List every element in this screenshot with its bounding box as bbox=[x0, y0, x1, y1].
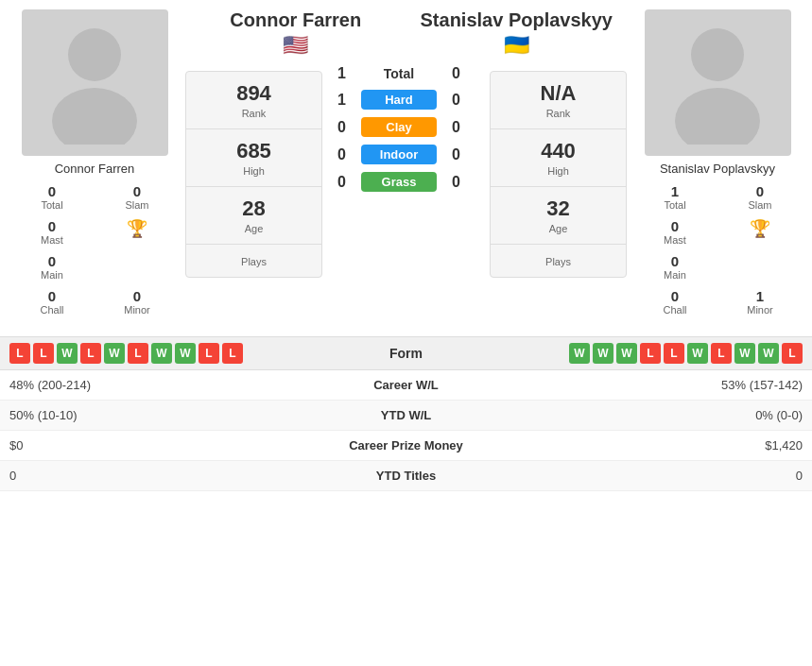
right-form-1: W bbox=[569, 343, 590, 364]
left-stat-slam: 0 Slam bbox=[95, 179, 180, 214]
ytd-titles-row: 0 YTD Titles 0 bbox=[0, 461, 812, 491]
left-name-header: Connor Farren bbox=[185, 9, 406, 31]
left-form-6: L bbox=[128, 343, 148, 364]
surface-indoor-badge: Indoor bbox=[361, 145, 437, 164]
left-stat-mast: 0 Mast bbox=[9, 214, 95, 249]
top-area: Connor Farren 0 Total 0 Slam 0 Mast 🏆 bbox=[0, 0, 812, 329]
left-stat-total: 0 Total bbox=[9, 179, 95, 214]
score-row-indoor: 0 Indoor 0 bbox=[330, 145, 482, 164]
left-form-7: W bbox=[151, 343, 172, 364]
left-stat-main: 0 Main bbox=[9, 249, 95, 284]
surface-hard-badge: Hard bbox=[361, 90, 437, 110]
right-career-prize: $1,420 bbox=[492, 438, 803, 453]
left-stat-minor: 0 Minor bbox=[95, 284, 180, 319]
left-stat-chall-minor bbox=[95, 249, 180, 284]
right-form-9: W bbox=[758, 343, 779, 364]
svg-point-3 bbox=[675, 88, 760, 145]
left-form-badges: L L W L W L W W L L bbox=[9, 343, 350, 364]
right-info-card: N/A Rank 440 High 32 Age Plays bbox=[490, 71, 627, 278]
left-form-2: L bbox=[33, 343, 54, 364]
right-stat-minor: 1 Minor bbox=[717, 284, 803, 319]
career-wl-row: 48% (200-214) Career W/L 53% (157-142) bbox=[0, 370, 812, 401]
left-ytd-titles: 0 bbox=[9, 469, 321, 483]
left-form-1: L bbox=[9, 343, 30, 364]
left-info-card: 894 Rank 685 High 28 Age Plays bbox=[185, 71, 322, 278]
left-career-prize: $0 bbox=[9, 438, 321, 453]
left-player-name: Connor Farren bbox=[55, 162, 135, 176]
player-right-panel: Stanislav Poplavskyy 1 Total 0 Slam 0 Ma… bbox=[632, 9, 803, 319]
left-ytd-wl: 50% (10-10) bbox=[9, 408, 321, 422]
right-name-header: Stanislav Poplavskyy bbox=[406, 9, 628, 31]
left-stat-chall: 0 Chall bbox=[9, 284, 95, 319]
left-career-wl: 48% (200-214) bbox=[9, 378, 321, 392]
surface-clay-badge: Clay bbox=[361, 117, 437, 137]
left-trophy-icon: 🏆 bbox=[95, 214, 180, 249]
right-stat-mast: 0 Mast bbox=[632, 214, 717, 249]
left-form-4: L bbox=[80, 343, 101, 364]
right-avatar bbox=[645, 9, 791, 156]
right-plays-row: Plays bbox=[491, 245, 626, 277]
right-stat-main: 0 Main bbox=[632, 249, 717, 284]
right-trophy-icon: 🏆 bbox=[717, 214, 803, 249]
left-high-row: 685 High bbox=[186, 129, 321, 187]
right-stat-chall: 0 Chall bbox=[632, 284, 717, 319]
scores-table: 1 Total 0 1 Hard 0 0 Clay 0 bbox=[330, 65, 482, 192]
right-stats-grid: 1 Total 0 Slam 0 Mast 🏆 0 Main bbox=[632, 179, 803, 319]
left-plays-row: Plays bbox=[186, 245, 321, 277]
form-section: L L W L W L W W L L Form W W W L L W L W… bbox=[0, 336, 812, 370]
right-rank-row: N/A Rank bbox=[491, 72, 626, 129]
ytd-wl-row: 50% (10-10) YTD W/L 0% (0-0) bbox=[0, 401, 812, 431]
bottom-stats: 48% (200-214) Career W/L 53% (157-142) 5… bbox=[0, 370, 812, 491]
right-stat-total: 1 Total bbox=[632, 179, 717, 214]
center-area: Connor Farren 🇺🇸 Stanislav Poplavskyy 🇺🇦… bbox=[185, 9, 627, 278]
left-form-8: W bbox=[175, 343, 196, 364]
right-form-4: L bbox=[640, 343, 661, 364]
right-ytd-wl: 0% (0-0) bbox=[492, 408, 803, 422]
right-form-8: W bbox=[734, 343, 755, 364]
svg-point-2 bbox=[691, 28, 744, 81]
career-prize-row: $0 Career Prize Money $1,420 bbox=[0, 431, 812, 461]
left-form-9: L bbox=[199, 343, 219, 364]
right-form-6: W bbox=[687, 343, 708, 364]
left-avatar bbox=[22, 9, 168, 156]
svg-point-0 bbox=[68, 28, 121, 81]
right-form-7: L bbox=[711, 343, 732, 364]
svg-point-1 bbox=[52, 88, 137, 145]
score-row-grass: 0 Grass 0 bbox=[330, 172, 482, 192]
right-form-3: W bbox=[616, 343, 637, 364]
right-form-10: L bbox=[782, 343, 803, 364]
left-form-5: W bbox=[104, 343, 125, 364]
right-stat-slam: 0 Slam bbox=[717, 179, 803, 214]
left-form-10: L bbox=[222, 343, 243, 364]
right-form-5: L bbox=[664, 343, 684, 364]
right-age-row: 32 Age bbox=[491, 187, 626, 245]
surface-grass-badge: Grass bbox=[361, 172, 437, 192]
right-form-2: W bbox=[593, 343, 613, 364]
right-form-badges: W W W L L W L W W L bbox=[463, 343, 803, 364]
right-ytd-titles: 0 bbox=[492, 469, 803, 483]
left-flag: 🇺🇸 bbox=[185, 33, 406, 58]
right-career-wl: 53% (157-142) bbox=[492, 378, 803, 392]
score-row-total: 1 Total 0 bbox=[330, 65, 482, 82]
main-container: Connor Farren 0 Total 0 Slam 0 Mast 🏆 bbox=[0, 0, 812, 491]
left-form-3: W bbox=[57, 343, 78, 364]
form-label: Form bbox=[350, 346, 463, 361]
right-player-name: Stanislav Poplavskyy bbox=[660, 162, 775, 176]
score-row-clay: 0 Clay 0 bbox=[330, 117, 482, 137]
left-rank-row: 894 Rank bbox=[186, 72, 321, 129]
left-stats-grid: 0 Total 0 Slam 0 Mast 🏆 0 Main bbox=[9, 179, 180, 319]
score-row-hard: 1 Hard 0 bbox=[330, 90, 482, 110]
left-age-row: 28 Age bbox=[186, 187, 321, 245]
right-high-row: 440 High bbox=[491, 129, 626, 187]
player-left-panel: Connor Farren 0 Total 0 Slam 0 Mast 🏆 bbox=[9, 9, 180, 319]
right-flag: 🇺🇦 bbox=[406, 33, 628, 58]
